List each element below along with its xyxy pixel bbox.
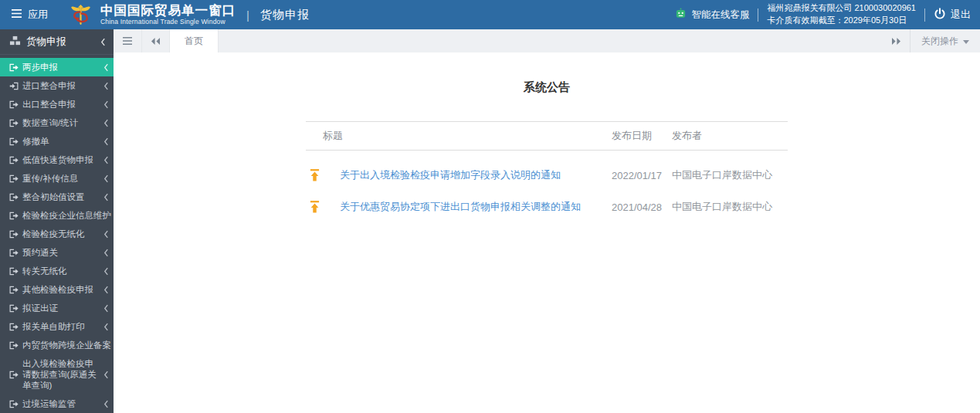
scroll-tabs-right-button[interactable] — [883, 29, 910, 52]
column-header-date: 发布日期 — [612, 129, 661, 143]
chevron-left-icon — [103, 193, 109, 201]
sidebar-item[interactable]: 两步申报 — [0, 58, 114, 76]
hamburger-icon — [11, 8, 22, 21]
sidebar-item[interactable]: 内贸货物跨境企业备案 — [0, 336, 114, 354]
tab-home-label: 首页 — [185, 35, 203, 48]
company-name: 福州宛鼎报关有限公司 2100030020961 — [767, 2, 916, 15]
chevron-left-icon — [100, 38, 106, 46]
apps-menu-button[interactable]: 应用 — [11, 8, 48, 22]
sidebar-menu: 两步申报进口整合申报出口整合申报数据查询/统计修撤单低值快速货物申报重传/补传信… — [0, 55, 114, 413]
sidebar-item[interactable]: 拟证出证 — [0, 299, 114, 317]
column-header-title: 标题 — [306, 129, 612, 143]
announcement-row: 关于优惠贸易协定项下进出口货物申报相关调整的通知2021/04/28中国电子口岸… — [306, 200, 788, 214]
chevron-left-icon — [103, 400, 109, 408]
sidebar-item-label: 两步申报 — [22, 62, 100, 73]
sidebar-item[interactable]: 进口整合申报 — [0, 76, 114, 95]
sidebar: 货物申报 两步申报进口整合申报出口整合申报数据查询/统计修撤单低值快速货物申报重… — [0, 29, 114, 413]
header-divider: | — [246, 8, 249, 22]
robot-icon — [675, 8, 687, 22]
sidebar-item[interactable]: 过境运输监管 — [0, 394, 114, 413]
sidebar-item[interactable]: 检验检疫无纸化 — [0, 225, 114, 243]
chevron-left-icon — [103, 82, 109, 90]
chevron-left-icon — [103, 267, 109, 276]
close-operations-dropdown[interactable]: 关闭操作 — [910, 29, 980, 52]
sidebar-item-label: 检验检疫无纸化 — [22, 229, 100, 239]
chevron-left-icon — [103, 249, 109, 257]
sidebar-item[interactable]: 重传/补传信息 — [0, 169, 114, 188]
chevron-left-icon — [103, 63, 109, 72]
sign-out-icon — [9, 267, 19, 276]
sign-out-icon — [9, 371, 19, 379]
announcement-link[interactable]: 关于出入境检验检疫申请增加字段录入说明的通知 — [340, 168, 612, 182]
sidebar-item-label: 进口整合申报 — [22, 80, 100, 91]
logout-label: 退出 — [951, 8, 971, 22]
sign-out-icon — [9, 341, 19, 350]
sidebar-item-label: 重传/补传信息 — [22, 173, 100, 184]
online-service-button[interactable]: 智能在线客服 — [675, 8, 749, 22]
chevron-left-icon — [103, 323, 109, 331]
chevron-left-icon — [103, 304, 109, 313]
announcement-link[interactable]: 关于优惠贸易协定项下进出口货物申报相关调整的通知 — [340, 200, 612, 214]
pinned-top-icon — [306, 169, 340, 181]
sign-out-icon — [9, 212, 19, 220]
sidebar-item-label: 修撤单 — [22, 136, 100, 147]
logout-button[interactable]: 退出 — [934, 8, 971, 22]
sidebar-item-label: 整合初始值设置 — [22, 191, 100, 202]
cubes-icon — [9, 36, 21, 49]
header-divider — [758, 8, 758, 22]
sign-out-icon — [9, 286, 19, 294]
announcement-rows: 关于出入境检验检疫申请增加字段录入说明的通知2022/01/17中国电子口岸数据… — [306, 168, 788, 214]
announcement-date: 2021/04/28 — [612, 201, 661, 213]
brand: 中国国际贸易单一窗口 China International Trade Sin… — [68, 2, 236, 28]
main-content: 系统公告 标题 发布日期 发布者 关于出入境检验检疫申请增加字段录入说明的通知2… — [114, 52, 980, 413]
sidebar-item[interactable]: 低值快速货物申报 — [0, 151, 114, 169]
tab-home[interactable]: 首页 — [170, 29, 219, 52]
chevron-left-icon — [103, 230, 109, 239]
apps-menu-label: 应用 — [28, 8, 48, 22]
close-operations-label: 关闭操作 — [921, 35, 958, 48]
tab-bar: 首页 关闭操作 — [114, 29, 980, 52]
brand-title: 中国国际贸易单一窗口 — [100, 3, 236, 17]
sidebar-item[interactable]: 转关无纸化 — [0, 262, 114, 280]
sidebar-item-label: 出入境检验检疫申请数据查询(原通关单查询) — [22, 358, 100, 391]
sidebar-item[interactable]: 数据查询/统计 — [0, 113, 114, 132]
sidebar-item[interactable]: 检验检疫企业信息维护 — [0, 206, 114, 225]
top-header: 应用 中国国际贸易单一窗口 China International Trade … — [0, 0, 980, 29]
chevron-left-icon — [103, 156, 109, 164]
scroll-tabs-left-button[interactable] — [142, 29, 170, 52]
sign-out-icon — [9, 193, 19, 201]
sidebar-item-label: 拟证出证 — [22, 303, 100, 313]
sidebar-item[interactable]: 报关单自助打印 — [0, 317, 114, 336]
sidebar-item-label: 转关无纸化 — [22, 266, 100, 276]
company-info: 福州宛鼎报关有限公司 2100030020961 卡介质有效期截至：2029年0… — [767, 2, 916, 27]
sidebar-item[interactable]: 出入境检验检疫申请数据查询(原通关单查询) — [0, 354, 114, 394]
sidebar-title-label: 货物申报 — [26, 35, 95, 49]
single-window-logo-icon — [68, 2, 93, 28]
sign-out-icon — [9, 323, 19, 331]
caret-down-icon — [963, 36, 969, 46]
sign-out-icon — [9, 63, 19, 72]
sidebar-item[interactable]: 修撤单 — [0, 132, 114, 151]
sidebar-item-label: 其他检验检疫申报 — [22, 284, 100, 295]
sidebar-item-label: 预约通关 — [22, 247, 100, 258]
announcement-publisher: 中国电子口岸数据中心 — [672, 168, 788, 182]
sign-out-icon — [9, 100, 19, 109]
sidebar-title[interactable]: 货物申报 — [0, 29, 114, 55]
sign-out-icon — [9, 137, 19, 146]
sidebar-item[interactable]: 其他检验检疫申报 — [0, 280, 114, 299]
sidebar-item[interactable]: 整合初始值设置 — [0, 188, 114, 206]
sidebar-item[interactable]: 出口整合申报 — [0, 95, 114, 113]
header-divider — [924, 8, 925, 22]
sign-out-icon — [9, 230, 19, 239]
tab-list-menu-button[interactable] — [114, 29, 142, 52]
sidebar-item-label: 内贸货物跨境企业备案 — [22, 340, 111, 350]
online-service-label: 智能在线客服 — [691, 8, 749, 22]
sign-out-icon — [9, 400, 19, 408]
chevron-left-icon — [103, 137, 109, 146]
sidebar-item-label: 出口整合申报 — [22, 99, 100, 110]
announcement-table-header: 标题 发布日期 发布者 — [306, 121, 788, 151]
sidebar-item[interactable]: 预约通关 — [0, 243, 114, 262]
column-header-publisher: 发布者 — [672, 129, 788, 143]
page-title: 系统公告 — [114, 80, 980, 95]
announcement-row: 关于出入境检验检疫申请增加字段录入说明的通知2022/01/17中国电子口岸数据… — [306, 168, 788, 182]
